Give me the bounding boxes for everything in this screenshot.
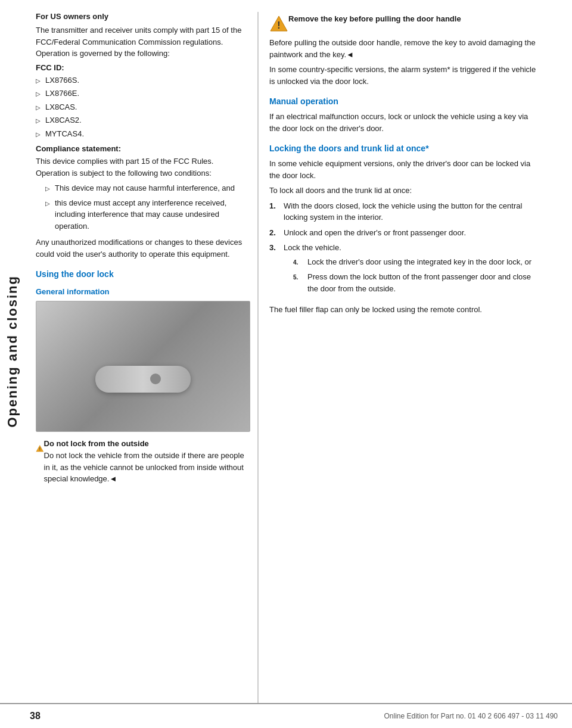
fcc-item-3: LX8CAS. bbox=[36, 101, 247, 113]
fuel-filler-para: The fuel filler flap can only be locked … bbox=[269, 304, 539, 316]
main-content: For US owners only The transmitter and r… bbox=[25, 0, 572, 703]
footer: 38 Online Edition for Part no. 01 40 2 6… bbox=[0, 703, 572, 728]
warning-outside-text: Do not lock the vehicle from the outside… bbox=[44, 450, 247, 485]
fcc-item-4: LX8CAS2. bbox=[36, 114, 247, 126]
step-3: Lock the vehicle. Lock the driver's door… bbox=[269, 242, 539, 299]
warning-block-outside: ! Do not lock from the outside Do not lo… bbox=[36, 439, 247, 485]
door-handle-shape bbox=[95, 366, 191, 393]
unauthorized-para: Any unauthorized modifications or change… bbox=[36, 237, 247, 260]
step3-sub-item-1: Lock the driver's door using the integra… bbox=[293, 256, 539, 268]
step-1: With the doors closed, lock the vehicle … bbox=[269, 200, 539, 223]
step3-sub-list: Lock the driver's door using the integra… bbox=[293, 256, 539, 295]
locking-heading: Locking the doors and trunk lid at once* bbox=[269, 144, 539, 153]
manual-operation-heading: Manual operation bbox=[269, 97, 539, 106]
compliance-item-2: this device must accept any interference… bbox=[45, 197, 247, 232]
warning-outside-content: Do not lock from the outside Do not lock… bbox=[44, 439, 247, 485]
right-column: ! Remove the key before pulling the door… bbox=[257, 12, 549, 703]
warning-remove-title: Remove the key before pulling the door h… bbox=[288, 14, 461, 23]
warning-icon-outside: ! bbox=[36, 439, 44, 458]
compliance-para: This device complies with part 15 of the… bbox=[36, 155, 247, 179]
fcc-item-2: LX8766E. bbox=[36, 88, 247, 99]
left-column: For US owners only The transmitter and r… bbox=[25, 12, 257, 703]
step-2: Unlock and open the driver's or front pa… bbox=[269, 227, 539, 239]
door-image bbox=[36, 301, 250, 432]
fcc-label: FCC ID: bbox=[36, 63, 247, 72]
warning-remove-text: Before pulling the outside door handle, … bbox=[269, 37, 539, 60]
locking-intro-para: In some vehicle equipment versions, only… bbox=[269, 158, 539, 181]
compliance-label: Compliance statement: bbox=[36, 144, 247, 153]
compliance-item-1: This device may not cause harmful interf… bbox=[45, 182, 247, 194]
fcc-item-1: LX8766S. bbox=[36, 74, 247, 86]
warning-remove-content: Remove the key before pulling the door h… bbox=[288, 14, 461, 25]
general-info-heading: General information bbox=[36, 287, 247, 296]
sidebar-label: Opening and closing bbox=[5, 275, 20, 428]
warning-outside-title: Do not lock from the outside bbox=[44, 439, 247, 448]
locking-steps-list: With the doors closed, lock the vehicle … bbox=[269, 200, 539, 300]
for-us-heading: For US owners only bbox=[36, 12, 247, 21]
step3-sub-item-2: Press down the lock button of the front … bbox=[293, 271, 539, 294]
using-door-lock-heading: Using the door lock bbox=[36, 269, 247, 279]
svg-text:!: ! bbox=[39, 447, 41, 451]
warning-icon-remove-key: ! bbox=[269, 14, 288, 33]
compliance-list: This device may not cause harmful interf… bbox=[45, 182, 247, 232]
warning-block-remove-key: ! Remove the key before pulling the door… bbox=[269, 14, 539, 33]
fcc-list: LX8766S. LX8766E. LX8CAS. LX8CAS2. MYTCA… bbox=[36, 74, 247, 140]
country-specific-para: In some country-specific versions, the a… bbox=[269, 64, 539, 87]
svg-text:!: ! bbox=[277, 20, 280, 30]
door-handle-detail bbox=[150, 374, 161, 384]
fcc-intro-para: The transmitter and receiver units compl… bbox=[36, 24, 247, 60]
locking-steps-intro: To lock all doors and the trunk lid at o… bbox=[269, 185, 539, 197]
manual-operation-para: If an electrical malfunction occurs, loc… bbox=[269, 111, 539, 134]
sidebar: Opening and closing bbox=[0, 0, 25, 703]
fcc-item-5: MYTCAS4. bbox=[36, 128, 247, 140]
page-number: 38 bbox=[30, 711, 41, 721]
footer-info: Online Edition for Part no. 01 40 2 606 … bbox=[384, 712, 558, 720]
